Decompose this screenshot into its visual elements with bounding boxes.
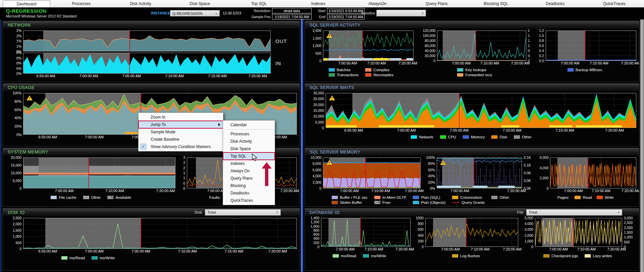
log-flushes-chart[interactable]: 100080060040020007:00:00 AM7:10:00 AM7:2…: [414, 218, 518, 252]
tab-top-sql[interactable]: Top SQL: [229, 0, 289, 7]
performance-dashboard: DashboardProcessesDisk ActivityDisk Spac…: [0, 0, 644, 272]
column-splitter[interactable]: [301, 19, 303, 272]
left-edge-strip: [0, 19, 2, 272]
x-axis-label: 7:00:00 AM: [85, 135, 104, 139]
advisory-marker: [379, 125, 434, 127]
tab-processes[interactable]: Processes: [52, 0, 111, 7]
legend-item-lazy-writes: Lazy writes: [585, 254, 612, 258]
x-axis-label: 7:00:00 AM: [397, 128, 416, 132]
legend-item-ms-write: ms/Write: [363, 254, 386, 258]
legend-item-read: Read: [575, 195, 592, 199]
tab-quicktraces[interactable]: QuickTraces: [585, 0, 644, 7]
x-axis-label: 7:15:00 AM: [224, 249, 243, 253]
tab-indexes[interactable]: Indexes: [288, 0, 348, 7]
x-axis-label: 7:15:00 AM: [555, 128, 574, 132]
x-axis-label: 7:10:00 AM: [592, 189, 610, 193]
right-scrollbar-strip[interactable]: [640, 19, 644, 272]
tab-deadlocks[interactable]: Deadlocks: [526, 0, 585, 7]
x-axis-label: 7:10:00 AM: [178, 249, 197, 253]
legend-item-available: Available: [107, 195, 131, 199]
menu-item-show-advisory-condition-markers[interactable]: Show Advisory Condition Markers✓: [139, 143, 223, 150]
key-lookups-chart[interactable]: 120,000100,00080,00060,00040,00020,00001…: [417, 31, 532, 66]
baseline-dropdown[interactable]: ∨: [376, 10, 426, 16]
legend-swatch-icon: [568, 68, 574, 72]
resolution-field[interactable]: detail data: [272, 8, 312, 13]
context-menu: Zoom InJump ToSample ModeCreate Baseline…: [138, 112, 223, 151]
backup-chart[interactable]: 1.21.00.80.60.40.20.07:00:00 AM7:10:00 A…: [536, 31, 636, 66]
file-value: Total: [529, 210, 615, 214]
submenu-item-processes[interactable]: Processes: [223, 130, 275, 138]
batches-transactions-chart[interactable]: 2,0001,5001,00050007:00:00 AM7:10:00 AM7…: [306, 31, 414, 66]
legend-item-other: Other: [491, 195, 509, 199]
menu-item-sample-mode[interactable]: Sample Mode: [139, 128, 223, 136]
warning-icon[interactable]: [326, 160, 332, 165]
file-dropdown[interactable]: Total ∨: [526, 209, 622, 216]
x-axis-label: 7:00:00 AM: [85, 249, 104, 253]
x-axis-label: 7:20:00 AM: [395, 247, 414, 251]
panel-title: SQL SERVER MEMORY: [310, 149, 360, 154]
tab-dashboard[interactable]: Dashboard: [3, 0, 50, 7]
tab-query-plans[interactable]: Query Plans: [407, 0, 467, 7]
disk-io-chart[interactable]: 2,5002,0001,5001,00050006:55:00 AM7:00:0…: [4, 218, 297, 254]
advisory-marker: [373, 58, 389, 60]
tab-disk-activity[interactable]: Disk Activity: [111, 0, 170, 7]
panel-sql-activity: SQL SERVER ACTIVITY 2,0001,5001,00050007…: [305, 21, 639, 82]
network-in-chart[interactable]: 0%0%0%0%0%IN6:55:00 AM7:00:00 AM7:05:00 …: [4, 53, 297, 79]
chevron-down-icon: ∨: [215, 12, 217, 15]
baseline-label: Baseline: [362, 11, 375, 15]
db-latency-chart[interactable]: 1,4001,2001,00080060040020007:00:00 AM7:…: [306, 218, 411, 252]
time-fields: Resolution detail data Start 1/19/2021 6…: [248, 8, 365, 19]
legend-swatch-icon: [452, 254, 458, 258]
x-axis-label: 7:05:00 AM: [131, 249, 150, 253]
instance-label: INSTANCE: [151, 11, 170, 15]
samplepos-field[interactable]: 1/19/2021 7:04:50 AM: [272, 14, 312, 19]
instance-value: Q-REGRESSION: [172, 11, 213, 15]
x-axis-label: 7:20:00 AM: [621, 189, 639, 193]
dashboard-grid: NETWORK 2%2%1%1%0%OUT 0%0%0%0%0%IN6:55:0…: [0, 19, 644, 272]
panel-disk-io: DISK IO Disk Total ∨ 2,5002,0001,5001,00…: [3, 208, 300, 271]
network-out-chart[interactable]: 2%2%1%1%0%OUT: [4, 31, 297, 51]
menu-separator: [224, 129, 273, 130]
submenu-item-top-sql[interactable]: Top SQL: [223, 152, 275, 160]
legend-swatch-icon: [463, 135, 469, 139]
cache-hit-chart[interactable]: 100%80%60%40%20%0%0.1K0.1K0.0K0.0K0.0K7:…: [424, 157, 533, 193]
legend-item-disk: Disk: [491, 135, 507, 139]
end-field[interactable]: 1/19/2021 7:04:50 AM: [327, 14, 365, 19]
submenu-item-disk-activity[interactable]: Disk Activity: [223, 138, 275, 145]
advisory-marker: [498, 186, 515, 188]
tab-alwayson[interactable]: AlwaysOn: [348, 0, 407, 7]
advisory-marker: [323, 58, 328, 60]
warning-icon[interactable]: [326, 33, 332, 38]
warning-icon[interactable]: [440, 160, 446, 165]
x-axis-label: 7:10:00 AM: [371, 189, 390, 193]
tab-blocking-sql[interactable]: Blocking SQL: [466, 0, 526, 7]
submenu-item-quicktraces[interactable]: QuickTraces: [223, 197, 275, 204]
legend-swatch-icon: [374, 201, 380, 204]
submenu-item-deadlocks[interactable]: Deadlocks: [223, 189, 275, 197]
pages-chart[interactable]: 6,0004,0002,00007:00:00 AM7:10:00 AM7:20…: [537, 157, 636, 193]
sql-version: 12.00.5223: [223, 11, 241, 15]
instance-dropdown[interactable]: Q-REGRESSION ∨: [170, 10, 220, 16]
system-memory-chart[interactable]: 20,00015,00010,0005,00007:00:00 AM7:10:0…: [4, 157, 175, 193]
legend-swatch-icon: [491, 135, 497, 139]
start-field[interactable]: 1/19/2021 6:53:40 AM: [327, 8, 365, 13]
submenu-item-calendar[interactable]: Calendar: [223, 121, 275, 129]
menu-item-jump-to[interactable]: Jump To: [139, 121, 223, 128]
tab-disk-space[interactable]: Disk Space: [170, 0, 229, 7]
advisory-marker: [576, 125, 622, 127]
sql-waits-chart[interactable]: 30,00025,00020,00015,00010,0005,00006:55…: [306, 93, 636, 133]
submenu-item-disk-space[interactable]: Disk Space: [223, 145, 275, 152]
x-axis-label: 7:10:00 AM: [503, 128, 522, 132]
warning-icon[interactable]: [329, 95, 335, 100]
buffer-memory-chart[interactable]: 10,0008,0006,0004,0002,00007:00:00 AM7:1…: [306, 157, 421, 193]
checkpoint-chart[interactable]: 5,0004,0003,0002,0001,00003,0002,5002,00…: [522, 218, 636, 252]
menu-item-zoom-in[interactable]: Zoom In: [139, 114, 223, 121]
disk-dropdown[interactable]: Total ∨: [205, 209, 281, 216]
checkbox-checked-icon[interactable]: ✓: [141, 144, 146, 149]
x-axis-label: 7:00:00 AM: [561, 61, 580, 65]
panel-title: SQL SERVER WAITS: [310, 85, 354, 90]
x-axis-label: 7:00:00 AM: [450, 189, 469, 193]
warning-icon[interactable]: [26, 95, 33, 100]
menu-item-create-baseline[interactable]: Create Baseline: [139, 136, 223, 143]
legend-swatch-icon: [332, 196, 338, 199]
